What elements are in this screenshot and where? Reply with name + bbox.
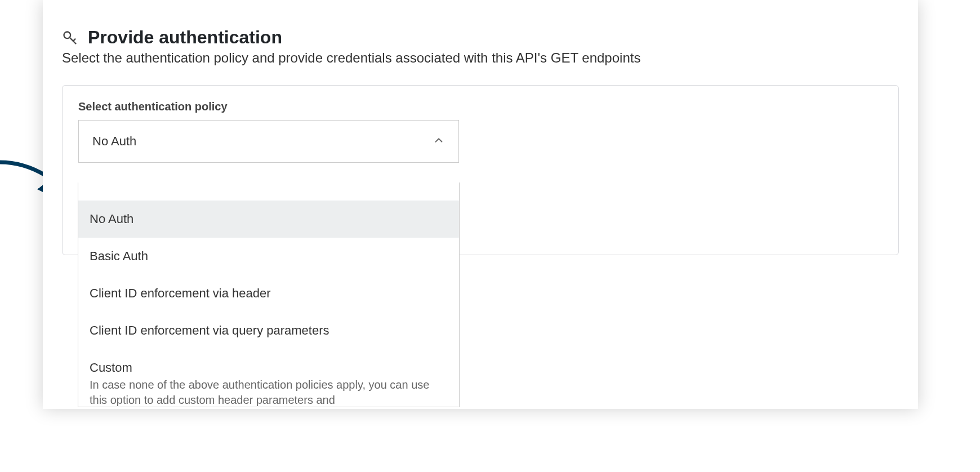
chevron-up-icon	[433, 134, 445, 149]
key-icon	[62, 30, 78, 46]
auth-policy-select[interactable]: No Auth	[78, 120, 459, 163]
auth-policy-dropdown: No Auth Basic Auth Client ID enforcement…	[78, 182, 460, 407]
option-custom-desc: In case none of the above authentication…	[78, 377, 459, 407]
section-subtitle: Select the authentication policy and pro…	[62, 50, 899, 66]
option-client-id-header[interactable]: Client ID enforcement via header	[78, 275, 459, 312]
auth-policy-selected-value: No Auth	[92, 134, 136, 149]
option-custom[interactable]: Custom	[78, 349, 459, 377]
option-blank[interactable]	[78, 182, 459, 201]
policy-field-label: Select authentication policy	[78, 100, 883, 113]
option-basic-auth[interactable]: Basic Auth	[78, 238, 459, 275]
option-no-auth[interactable]: No Auth	[78, 201, 459, 238]
section-title: Provide authentication	[88, 27, 282, 48]
option-client-id-query[interactable]: Client ID enforcement via query paramete…	[78, 312, 459, 349]
